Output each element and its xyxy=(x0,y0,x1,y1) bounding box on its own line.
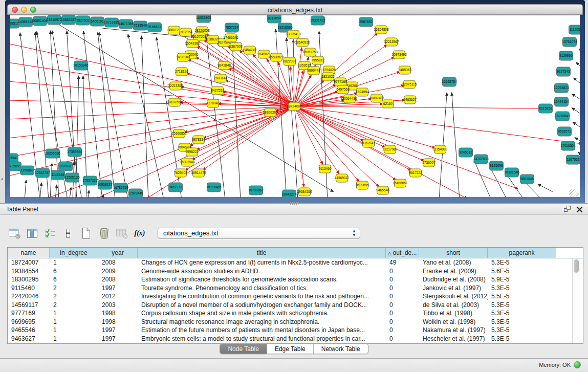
table-settings-icon[interactable] xyxy=(7,226,21,240)
graph-node[interactable]: 9242848 xyxy=(217,61,231,70)
graph-node[interactable]: 14671355 xyxy=(118,19,134,29)
graph-node[interactable]: 19301423 xyxy=(310,16,325,25)
table-row[interactable]: 1938455462009Genome-wide association stu… xyxy=(8,267,583,276)
graph-node[interactable]: 1624554 xyxy=(356,88,369,96)
graph-node[interactable]: 62160 xyxy=(382,100,394,108)
graph-node[interactable]: 10958187 xyxy=(97,180,113,189)
column-header-in_degree[interactable]: in_degree xyxy=(50,248,98,258)
graph-node[interactable]: 1527602 xyxy=(76,16,90,25)
graph-node[interactable]: 15751074 xyxy=(562,37,577,47)
graph-node[interactable]: 7955812 xyxy=(311,56,324,64)
column-header-title[interactable]: title xyxy=(138,248,386,258)
panel-splitter-grip[interactable] xyxy=(290,202,299,205)
table-row[interactable]: 1456911722003Disruption of a novel membe… xyxy=(8,301,583,310)
graph-node[interactable]: 1167533 xyxy=(567,155,580,164)
graph-node[interactable]: 8427552 xyxy=(211,86,224,95)
column-header-short[interactable]: short xyxy=(419,248,488,258)
graph-node[interactable]: 14055712 xyxy=(18,17,33,27)
graph-node[interactable]: 1821022 xyxy=(321,73,335,81)
graph-node[interactable]: 9790168 xyxy=(177,53,190,61)
tab-network-table[interactable]: Network Table xyxy=(313,344,368,354)
graph-node[interactable]: 15716485 xyxy=(206,183,222,192)
table-row[interactable]: 969969511998Structural magnetic resonanc… xyxy=(8,318,583,326)
graph-node[interactable]: 18640910 xyxy=(295,38,310,47)
graph-node[interactable]: 9245012 xyxy=(459,148,473,157)
graph-node[interactable]: 11154988 xyxy=(433,145,448,154)
graph-node[interactable]: 10653287 xyxy=(61,15,76,25)
table-row[interactable]: 2242004622012Investigating the contribut… xyxy=(8,292,583,301)
graph-node[interactable]: 9129966 xyxy=(559,51,573,60)
graph-node[interactable]: 7625402 xyxy=(174,169,187,177)
graph-node[interactable]: 2803144 xyxy=(214,74,227,82)
graph-node[interactable]: 16803948 xyxy=(180,158,195,166)
graph-node[interactable]: 9227343 xyxy=(557,67,571,76)
graph-node[interactable]: 9617222 xyxy=(409,169,422,177)
graph-node[interactable]: 10973493 xyxy=(391,51,407,59)
graph-node[interactable]: 2718126 xyxy=(175,68,188,76)
graph-node[interactable]: 17359924 xyxy=(67,147,82,157)
graph-node[interactable]: 10391546 xyxy=(504,168,519,177)
graph-node[interactable]: 12213359 xyxy=(168,82,183,90)
graph-node[interactable]: 12505135 xyxy=(64,173,80,182)
graph-node[interactable]: 17957223 xyxy=(82,176,98,185)
graph-node[interactable]: 16648784 xyxy=(442,77,457,86)
graph-node[interactable]: 15166852 xyxy=(171,129,187,138)
table-row[interactable]: 977716911998Corpus callosum shape and si… xyxy=(8,309,583,318)
graph-node[interactable]: 9861045 xyxy=(520,174,534,184)
graph-node[interactable]: 6497568 xyxy=(336,85,350,94)
memory-status-icon[interactable] xyxy=(574,361,581,368)
graph-node[interactable]: 18810972 xyxy=(47,15,62,25)
graph-node[interactable]: 8454749 xyxy=(243,46,256,54)
graph-node[interactable]: 9699695 xyxy=(356,181,369,189)
graph-node[interactable]: 8813054 xyxy=(268,15,281,23)
tab-node-table[interactable]: Node Table xyxy=(220,344,267,354)
graph-node[interactable]: 12444154 xyxy=(554,97,569,106)
graph-node[interactable]: 14702039 xyxy=(473,155,489,164)
graph-node[interactable]: 1156869 xyxy=(20,166,34,175)
graph-node[interactable]: 1735051 xyxy=(10,162,21,171)
graph-node[interactable]: 12213967 xyxy=(384,38,399,46)
graph-node[interactable]: 7485063 xyxy=(398,66,411,74)
graph-node[interactable]: 19384554 xyxy=(297,188,312,196)
graph-node[interactable]: 20206536 xyxy=(45,149,60,158)
window-titlebar[interactable]: citations_edges.txt xyxy=(7,4,583,15)
graph-node[interactable]: 8878334 xyxy=(192,136,205,144)
graph-node[interactable]: 9692071 xyxy=(558,127,572,136)
graph-node[interactable]: 3915941 xyxy=(10,154,18,163)
graph-node[interactable]: 7857224 xyxy=(225,23,239,32)
graph-node[interactable]: 12217987 xyxy=(382,145,398,154)
graph-node[interactable]: 6466161 xyxy=(91,17,104,26)
graph-node[interactable]: 1112053 xyxy=(569,25,580,34)
graph-node[interactable]: 12923448 xyxy=(128,189,143,198)
graph-node[interactable]: 2087682 xyxy=(359,17,373,27)
float-window-icon[interactable] xyxy=(563,205,571,215)
column-header-pagerank[interactable]: pagerank xyxy=(488,248,556,258)
graph-node[interactable]: 16210643 xyxy=(555,112,570,121)
trash-icon[interactable] xyxy=(97,226,111,240)
graph-node[interactable]: 8125698 xyxy=(490,161,504,170)
graph-node[interactable]: 8822037 xyxy=(283,57,296,65)
graph-node[interactable]: 9777169 xyxy=(334,78,347,86)
column-header-out_de[interactable]: △out_de... xyxy=(386,248,419,258)
graph-node[interactable]: 10975887 xyxy=(58,162,73,171)
close-icon[interactable] xyxy=(576,206,583,215)
column-visibility-icon[interactable] xyxy=(25,226,39,240)
graph-node[interactable]: 12342757 xyxy=(35,168,50,178)
graph-node[interactable]: 13325419 xyxy=(286,30,301,38)
graph-node[interactable]: 8912954 xyxy=(179,28,192,36)
graph-node[interactable]: 16154808 xyxy=(374,26,389,34)
column-header-name[interactable]: name xyxy=(8,248,50,258)
graph-node[interactable]: 16961758 xyxy=(302,48,318,56)
graph-node[interactable]: 15466651 xyxy=(393,179,408,187)
table-source-select[interactable]: citations_edges.txt ▲▼ xyxy=(158,228,360,239)
graph-node[interactable]: 17466546 xyxy=(223,34,238,42)
graph-node[interactable]: 16033809 xyxy=(196,15,211,23)
graph-node[interactable]: 14569117 xyxy=(335,174,350,182)
graph-node[interactable]: 18300295 xyxy=(263,108,278,117)
network-canvas[interactable]: 1998510140557122089140618810972106532871… xyxy=(10,15,580,197)
graph-node[interactable]: 2367608 xyxy=(229,42,243,51)
graph-node[interactable]: 20153346 xyxy=(73,61,89,70)
canvas-resize-grip[interactable] xyxy=(569,189,579,196)
graph-node[interactable]: 16914479 xyxy=(191,169,206,177)
table-row[interactable]: 1872400712008Changes of HCN gene express… xyxy=(8,258,583,267)
